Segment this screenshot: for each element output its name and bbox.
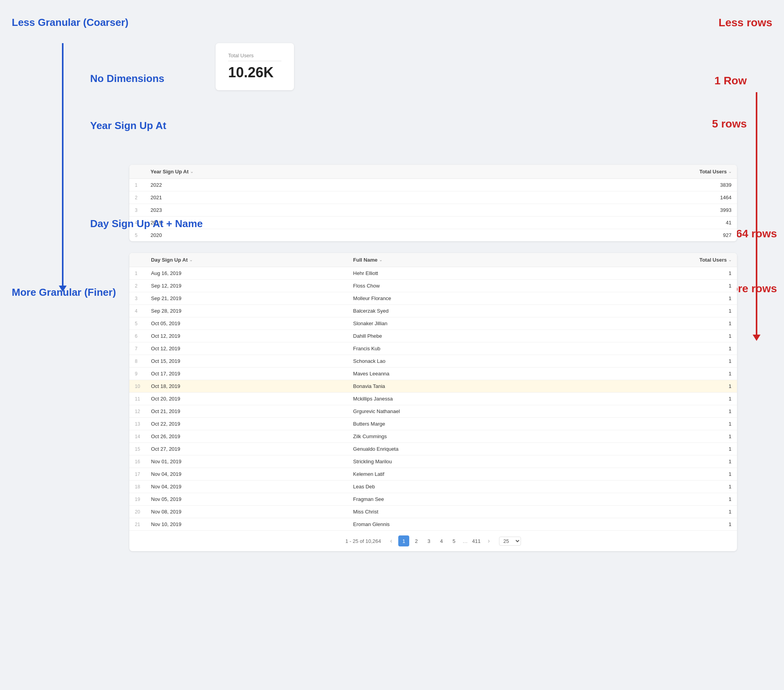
day-row-num: 2	[129, 280, 145, 292]
day-row-total: 1	[571, 405, 737, 418]
year-row-year: 2020	[145, 229, 474, 242]
year-sort-icon[interactable]: ⌄	[190, 169, 193, 174]
day-row-name: Molleur Florance	[348, 292, 571, 305]
day-row-num: 19	[129, 493, 145, 506]
day-row-total: 1	[571, 443, 737, 455]
name-sort-icon[interactable]: ⌄	[379, 258, 382, 262]
year-row-num: 3	[129, 204, 145, 217]
day-row-num: 10	[129, 380, 145, 393]
day-row-name: Floss Chow	[348, 280, 571, 292]
day-table-row: 17 Nov 04, 2019 Kelemen Latif 1	[129, 468, 737, 481]
day-row-num: 13	[129, 418, 145, 430]
total-sort-icon[interactable]: ⌄	[728, 169, 731, 174]
day-row-num: 6	[129, 330, 145, 342]
annotation-day-signup: Day Sign Up At + Name	[90, 218, 203, 230]
day-row-total: 1	[571, 330, 737, 342]
day-row-name: Dahill Phebe	[348, 330, 571, 342]
day-row-date: Oct 26, 2019	[145, 430, 347, 443]
day-table: Day Sign Up At ⌄ Full Name ⌄	[129, 253, 737, 530]
day-row-name: Leas Deb	[348, 481, 571, 493]
day-row-date: Sep 12, 2019	[145, 280, 347, 292]
day-row-name: Miss Christ	[348, 506, 571, 518]
day-row-date: Nov 08, 2019	[145, 506, 347, 518]
day-row-date: Nov 01, 2019	[145, 455, 347, 468]
day-row-name: Francis Kub	[348, 342, 571, 355]
day-row-name: Butters Marge	[348, 418, 571, 430]
day-row-total: 1	[571, 317, 737, 330]
day-row-date: Nov 04, 2019	[145, 468, 347, 481]
day-row-date: Sep 21, 2019	[145, 292, 347, 305]
year-row-num: 5	[129, 229, 145, 242]
day-col-name-label: Full Name	[353, 257, 377, 263]
metric-value: 10.26K	[228, 64, 281, 81]
per-page-select[interactable]: 25 50 100	[499, 537, 521, 546]
day-table-row: 19 Nov 05, 2019 Fragman See 1	[129, 493, 737, 506]
day-row-date: Oct 22, 2019	[145, 418, 347, 430]
annotation-no-dimensions: No Dimensions	[90, 73, 164, 85]
day-row-date: Oct 20, 2019	[145, 393, 347, 405]
year-table-header-row: Year Sign Up At ⌄ Total Users ⌄	[129, 165, 737, 179]
day-row-num: 1	[129, 267, 145, 280]
day-table-container: Day Sign Up At ⌄ Full Name ⌄	[129, 253, 737, 551]
day-table-row: 9 Oct 17, 2019 Maves Leeanna 1	[129, 368, 737, 380]
day-row-total: 1	[571, 267, 737, 280]
day-table-row: 16 Nov 01, 2019 Strickling Marilou 1	[129, 455, 737, 468]
day-row-total: 1	[571, 380, 737, 393]
day-table-row: 7 Oct 12, 2019 Francis Kub 1	[129, 342, 737, 355]
day-row-name: Kelemen Latif	[348, 468, 571, 481]
day-row-name: Strickling Marilou	[348, 455, 571, 468]
day-row-date: Sep 28, 2019	[145, 305, 347, 317]
year-col-num	[129, 165, 145, 179]
day-sort-icon[interactable]: ⌄	[189, 258, 192, 262]
pagination-prev[interactable]: ‹	[386, 535, 397, 546]
day-row-name: Zilk Cummings	[348, 430, 571, 443]
pagination-last[interactable]: 411	[471, 535, 482, 546]
pagination-next[interactable]: ›	[483, 535, 494, 546]
pagination-page-1[interactable]: 1	[398, 535, 409, 546]
day-row-date: Oct 21, 2019	[145, 405, 347, 418]
pagination-page-5[interactable]: 5	[448, 535, 459, 546]
day-table-row: 1 Aug 16, 2019 Hehr Elliott 1	[129, 267, 737, 280]
day-table-row: 3 Sep 21, 2019 Molleur Florance 1	[129, 292, 737, 305]
day-col-total-label: Total Users	[699, 257, 727, 263]
day-row-date: Aug 16, 2019	[145, 267, 347, 280]
day-row-total: 1	[571, 493, 737, 506]
pagination-page-3[interactable]: 3	[423, 535, 434, 546]
day-row-total: 1	[571, 280, 737, 292]
day-row-num: 15	[129, 443, 145, 455]
rows-arrow	[756, 92, 757, 335]
day-row-total: 1	[571, 468, 737, 481]
day-row-total: 1	[571, 355, 737, 368]
day-row-date: Oct 17, 2019	[145, 368, 347, 380]
day-table-body: 1 Aug 16, 2019 Hehr Elliott 1 2 Sep 12, …	[129, 267, 737, 531]
granularity-arrow	[62, 43, 64, 286]
day-row-total: 1	[571, 430, 737, 443]
day-table-row: 12 Oct 21, 2019 Grgurevic Nathanael 1	[129, 405, 737, 418]
day-row-name: Slonaker Jillian	[348, 317, 571, 330]
day-row-total: 1	[571, 393, 737, 405]
day-row-total: 1	[571, 455, 737, 468]
year-table-container: Year Sign Up At ⌄ Total Users ⌄	[129, 165, 737, 241]
day-row-num: 12	[129, 405, 145, 418]
pagination-page-4[interactable]: 4	[436, 535, 447, 546]
year-col-total-label: Total Users	[699, 169, 727, 175]
day-row-name: Hehr Elliott	[348, 267, 571, 280]
year-row-num: 1	[129, 179, 145, 191]
page-container: Less Granular (Coarser) Less rows 1 Row …	[0, 0, 784, 690]
day-table-row: 14 Oct 26, 2019 Zilk Cummings 1	[129, 430, 737, 443]
day-table-row: 2 Sep 12, 2019 Floss Chow 1	[129, 280, 737, 292]
day-row-total: 1	[571, 368, 737, 380]
day-table-row: 11 Oct 20, 2019 Mckillips Janessa 1	[129, 393, 737, 405]
day-col-total: Total Users ⌄	[571, 253, 737, 267]
pagination-page-2[interactable]: 2	[411, 535, 422, 546]
year-row-total: 3993	[474, 204, 737, 217]
day-table-row: 18 Nov 04, 2019 Leas Deb 1	[129, 481, 737, 493]
day-table-row: 21 Nov 10, 2019 Eroman Glennis 1	[129, 518, 737, 531]
day-total-sort-icon[interactable]: ⌄	[728, 258, 731, 262]
day-col-day-label: Day Sign Up At	[151, 257, 187, 263]
content-area: No Dimensions Total Users 10.26K Year Si…	[129, 43, 737, 563]
year-col-year: Year Sign Up At ⌄	[145, 165, 474, 179]
day-row-total: 1	[571, 342, 737, 355]
day-row-date: Nov 10, 2019	[145, 518, 347, 531]
day-row-name: Balcerzak Syed	[348, 305, 571, 317]
